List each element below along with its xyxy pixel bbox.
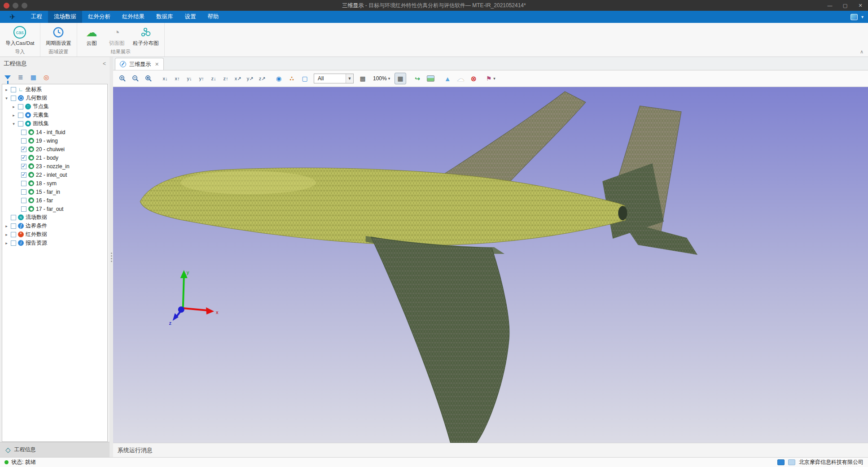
particles-toggle-button[interactable]: ∴: [286, 73, 298, 84]
zoom-fit-button[interactable]: [143, 73, 154, 84]
panel-collapse-icon[interactable]: <: [103, 61, 106, 67]
checkbox[interactable]: [21, 130, 26, 135]
checkbox[interactable]: [11, 96, 16, 101]
maximize-button[interactable]: ▢: [837, 0, 853, 11]
status-panel-icon[interactable]: [777, 459, 785, 465]
status-window-icon[interactable]: [788, 459, 795, 465]
view-y-neg-button[interactable]: y↓: [184, 73, 195, 84]
halftone-button[interactable]: ▩: [357, 73, 368, 84]
tree-item-element-set[interactable]: ▸ 元素集: [2, 111, 107, 119]
zoom-in-button[interactable]: [117, 73, 128, 84]
zoom-out-button[interactable]: [130, 73, 141, 84]
box-select-button[interactable]: ▢: [299, 73, 311, 84]
expand-arrow-icon[interactable]: ▸: [4, 87, 9, 92]
view-x-pos-button[interactable]: x↑: [172, 73, 183, 84]
filter-icon[interactable]: [4, 75, 11, 79]
checkbox[interactable]: [21, 198, 26, 203]
ribbon-collapse-icon[interactable]: ∧: [860, 49, 864, 55]
expand-arrow-icon[interactable]: ▸: [4, 232, 9, 237]
checkbox[interactable]: [21, 189, 26, 195]
target-icon[interactable]: ◎: [44, 74, 49, 81]
clear-button[interactable]: ⊗: [468, 73, 479, 84]
particle-map-button[interactable]: 粒子分布图: [130, 25, 162, 48]
expand-arrow-icon[interactable]: ▸: [11, 105, 16, 109]
checkbox[interactable]: [11, 232, 16, 237]
menu-item-settings[interactable]: 设置: [179, 11, 202, 23]
tree-item-report-resources[interactable]: ▸ i 报告资源: [2, 239, 107, 247]
panel-splitter[interactable]: [110, 57, 113, 457]
project-info-footer-tab[interactable]: ◇ 工程信息: [0, 442, 110, 457]
tree-item-surface[interactable]: 16 - far: [2, 196, 107, 205]
3d-viewport[interactable]: x y z: [113, 87, 868, 443]
checkbox[interactable]: [21, 172, 26, 178]
view-iso-z-button[interactable]: z↗: [257, 73, 267, 84]
expand-arrow-icon[interactable]: ▸: [4, 224, 9, 228]
close-button[interactable]: ✕: [853, 0, 868, 11]
titlebar-dot-icon[interactable]: [13, 3, 18, 9]
list-view-icon[interactable]: ≣: [18, 74, 23, 81]
combobox-dropdown-icon[interactable]: ▼: [346, 74, 353, 83]
tree-item-surface[interactable]: 20 - chuiwei: [2, 145, 107, 153]
checkbox[interactable]: [11, 215, 16, 220]
checkbox[interactable]: [21, 138, 26, 144]
checkbox[interactable]: [21, 206, 26, 212]
expand-arrow-icon[interactable]: ▸: [4, 241, 9, 245]
tab-3d-display[interactable]: 三维显示 ✕: [115, 58, 164, 70]
menu-item-database[interactable]: 数据库: [150, 11, 179, 23]
checkbox[interactable]: [21, 181, 26, 186]
collapse-arrow-icon[interactable]: ▾: [11, 122, 16, 126]
periodic-face-button[interactable]: 周期面设置: [43, 25, 75, 48]
tree-item-ir-data[interactable]: ▸ * 红外数据: [2, 230, 107, 239]
record-dot-icon[interactable]: [4, 3, 9, 9]
mirror-button[interactable]: ▲: [442, 73, 453, 84]
screenshot-button[interactable]: [425, 73, 436, 84]
tree-item-surface[interactable]: 18 - sym: [2, 179, 107, 188]
expand-arrow-icon[interactable]: ▸: [11, 113, 16, 118]
checkbox[interactable]: [18, 104, 23, 109]
pin-dropdown-button[interactable]: ⚑ ▾: [485, 73, 496, 84]
section-view-button[interactable]: ◔ 切面图: [105, 25, 128, 48]
cloud-toggle-button[interactable]: ☁: [455, 73, 466, 84]
tree-item-geometry-data[interactable]: ▾ 几何数据: [2, 94, 107, 102]
menubar-theme-icon[interactable]: [850, 14, 858, 20]
tree-item-surface[interactable]: 23 - nozzle_in: [2, 162, 107, 170]
locate-button[interactable]: ◉: [273, 73, 285, 84]
display-filter-combobox[interactable]: All ▼: [314, 74, 354, 83]
view-z-pos-button[interactable]: z↑: [220, 73, 231, 84]
tree-item-surface[interactable]: 21 - body: [2, 153, 107, 162]
cloud-map-button[interactable]: ☁ 云图: [80, 25, 103, 48]
checkbox[interactable]: [21, 147, 26, 152]
view-y-pos-button[interactable]: y↑: [196, 73, 207, 84]
checkbox[interactable]: [18, 121, 23, 127]
tree-item-surface[interactable]: 22 - inlet_out: [2, 170, 107, 179]
import-casdat-button[interactable]: cas 导入Cas/Dat: [3, 25, 37, 48]
menu-item-ir-analysis[interactable]: 红外分析: [82, 11, 116, 23]
collapse-arrow-icon[interactable]: ▾: [4, 96, 9, 100]
tree-item-flowfield-data[interactable]: ≈ 流场数据: [2, 213, 107, 222]
export-arrow-button[interactable]: ↪: [412, 73, 423, 84]
checkbox[interactable]: [21, 164, 26, 169]
view-iso-x-button[interactable]: x↗: [232, 73, 243, 84]
checkbox[interactable]: [11, 240, 16, 246]
minimize-button[interactable]: —: [822, 0, 837, 11]
checkbox[interactable]: [11, 87, 16, 92]
tree-item-surface[interactable]: 17 - far_out: [2, 205, 107, 213]
titlebar-dot-icon[interactable]: [22, 3, 27, 9]
tree-item-boundary-conditions[interactable]: ▸ ƒ 边界条件: [2, 222, 107, 230]
grid-toggle-button[interactable]: ▦: [395, 73, 406, 84]
view-x-neg-button[interactable]: x↓: [160, 73, 171, 84]
checkbox[interactable]: [18, 113, 23, 118]
tree-item-coordinate-system[interactable]: ▸ ∟ 坐标系: [2, 85, 107, 94]
checkbox[interactable]: [21, 155, 26, 161]
menubar-dropdown-caret-icon[interactable]: ▾: [861, 14, 864, 19]
menu-item-ir-results[interactable]: 红外结果: [116, 11, 150, 23]
tab-close-icon[interactable]: ✕: [155, 61, 159, 67]
grid-view-icon[interactable]: ▦: [31, 74, 36, 81]
zoom-level-dropdown[interactable]: 100% ▾: [370, 73, 393, 84]
tree-item-surface-set[interactable]: ▾ 面线集: [2, 119, 107, 128]
menu-item-help[interactable]: 帮助: [202, 11, 225, 23]
view-z-neg-button[interactable]: z↓: [208, 73, 219, 84]
tree-item-surface[interactable]: 14 - int_fluid: [2, 128, 107, 136]
menu-item-project[interactable]: 工程: [25, 11, 48, 23]
view-iso-y-button[interactable]: y↗: [245, 73, 255, 84]
